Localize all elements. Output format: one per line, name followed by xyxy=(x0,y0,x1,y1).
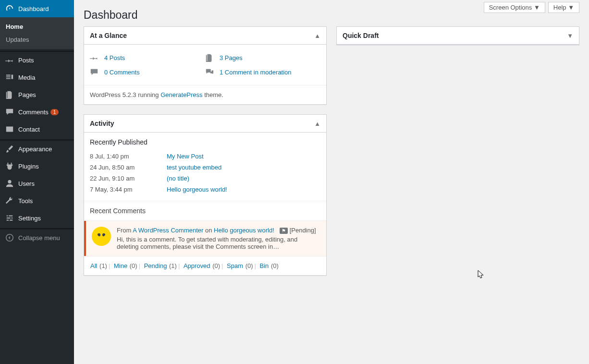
menu-label: Contact xyxy=(18,126,40,133)
pages-count-link[interactable]: 3 Pages xyxy=(220,54,243,61)
menu-label: Plugins xyxy=(18,163,39,170)
collapse-menu[interactable]: Collapse menu xyxy=(0,229,74,246)
collapse-icon xyxy=(5,233,14,243)
comment-filters: All (1)| Mine (0)| Pending (1)| Approved… xyxy=(84,256,326,275)
menu-posts[interactable]: Posts xyxy=(0,51,74,69)
recently-published-heading: Recently Published xyxy=(90,138,320,146)
moderation-link[interactable]: 1 Comment in moderation xyxy=(220,69,292,76)
dashboard-icon xyxy=(5,4,14,13)
publish-date: 8 Jul, 1:40 pm xyxy=(90,153,167,160)
filter-approved[interactable]: Approved xyxy=(184,262,210,269)
collapse-label: Collapse menu xyxy=(18,234,60,242)
toggle-up-icon[interactable]: ▲ xyxy=(314,32,320,39)
menu-media[interactable]: Media xyxy=(0,69,74,86)
publish-date: 24 Jun, 8:50 am xyxy=(90,164,167,171)
pending-comment: From A WordPress Commenter on Hello gorg… xyxy=(84,221,326,256)
comment-post-link[interactable]: Hello gorgeous world! xyxy=(214,227,274,234)
filter-spam[interactable]: Spam xyxy=(227,262,243,269)
filter-mine[interactable]: Mine xyxy=(114,262,127,269)
svg-point-0 xyxy=(8,180,11,183)
toggle-down-icon[interactable]: ▼ xyxy=(567,32,573,39)
menu-appearance[interactable]: Appearance xyxy=(0,140,74,158)
post-link[interactable]: Hello gorgeous world! xyxy=(167,186,227,193)
flag-icon: ⚑ xyxy=(280,228,288,234)
menu-label: Appearance xyxy=(18,146,52,153)
brush-icon xyxy=(5,144,14,154)
comments-count-link[interactable]: 0 Comments xyxy=(104,69,140,76)
publish-date: 7 May, 3:44 pm xyxy=(90,186,167,193)
menu-dashboard[interactable]: Dashboard xyxy=(0,0,74,17)
activity-title: Activity xyxy=(90,120,114,127)
menu-label: Comments xyxy=(18,109,49,116)
user-icon xyxy=(5,179,14,188)
posts-count-link[interactable]: 4 Posts xyxy=(104,54,125,61)
publish-date: 22 Jun, 9:10 am xyxy=(90,175,167,182)
post-link[interactable]: (no title) xyxy=(167,175,189,182)
menu-contact[interactable]: Contact xyxy=(0,121,74,138)
activity-box: Activity ▲ Recently Published 8 Jul, 1:4… xyxy=(84,114,327,276)
published-row: 8 Jul, 1:40 pm My New Post xyxy=(90,151,320,162)
menu-label: Users xyxy=(18,180,35,187)
menu-settings[interactable]: Settings xyxy=(0,209,74,227)
screen-options-button[interactable]: Screen Options ▼ xyxy=(484,2,545,13)
menu-label: Settings xyxy=(18,215,41,222)
plug-icon xyxy=(5,161,14,171)
menu-label: Media xyxy=(18,74,35,81)
main-content: Screen Options ▼ Help ▼ Dashboard At a G… xyxy=(74,0,589,364)
menu-plugins[interactable]: Plugins xyxy=(0,158,74,175)
filter-pending[interactable]: Pending xyxy=(144,262,167,269)
at-a-glance-title: At a Glance xyxy=(90,32,127,39)
comments-badge: 1 xyxy=(50,109,59,115)
quick-draft-title: Quick Draft xyxy=(343,32,379,39)
at-a-glance-box: At a Glance ▲ 4 Posts 3 Pages xyxy=(84,26,327,105)
wp-version-text: WordPress 5.2.3 running GeneratePress th… xyxy=(84,85,326,104)
media-icon xyxy=(5,73,14,82)
menu-label: Pages xyxy=(18,91,36,98)
menu-tools[interactable]: Tools xyxy=(0,192,74,209)
admin-sidebar: Dashboard Home Updates Posts Media Pages… xyxy=(0,0,74,364)
submenu-updates[interactable]: Updates xyxy=(0,33,74,46)
filter-all[interactable]: All xyxy=(90,262,97,269)
wrench-icon xyxy=(5,196,14,206)
comment-meta: From A WordPress Commenter on Hello gorg… xyxy=(117,227,320,234)
comment-body: Hi, this is a comment. To get started wi… xyxy=(117,236,320,250)
published-row: 22 Jun, 9:10 am (no title) xyxy=(90,173,320,184)
help-button[interactable]: Help ▼ xyxy=(548,2,579,13)
menu-pages[interactable]: Pages xyxy=(0,86,74,103)
post-link[interactable]: My New Post xyxy=(167,153,204,160)
pages-icon xyxy=(205,52,216,63)
menu-label: Dashboard xyxy=(18,5,49,12)
pin-icon xyxy=(5,55,14,65)
avatar xyxy=(92,227,111,246)
comment-icon xyxy=(5,107,14,117)
menu-comments[interactable]: Comments 1 xyxy=(0,103,74,121)
submenu-home[interactable]: Home xyxy=(0,20,74,33)
comment-icon xyxy=(90,67,100,77)
menu-users[interactable]: Users xyxy=(0,175,74,192)
mail-icon xyxy=(5,124,14,134)
toggle-up-icon[interactable]: ▲ xyxy=(314,120,320,127)
filter-bin[interactable]: Bin xyxy=(260,262,269,269)
submenu-dashboard: Home Updates xyxy=(0,17,74,49)
theme-link[interactable]: GeneratePress xyxy=(160,91,202,98)
moderation-icon xyxy=(205,67,216,77)
commenter-link[interactable]: A WordPress Commenter xyxy=(133,227,203,234)
recent-comments-heading: Recent Comments xyxy=(84,201,326,221)
sliders-icon xyxy=(5,213,14,223)
menu-label: Tools xyxy=(18,197,33,205)
pending-label: [Pending] xyxy=(290,227,316,234)
menu-label: Posts xyxy=(18,57,34,64)
published-row: 24 Jun, 8:50 am test youtube embed xyxy=(90,162,320,173)
pin-icon xyxy=(90,52,100,63)
quick-draft-box: Quick Draft ▼ xyxy=(336,26,579,45)
post-link[interactable]: test youtube embed xyxy=(167,164,221,171)
pages-icon xyxy=(5,90,14,99)
published-row: 7 May, 3:44 pm Hello gorgeous world! xyxy=(90,184,320,195)
